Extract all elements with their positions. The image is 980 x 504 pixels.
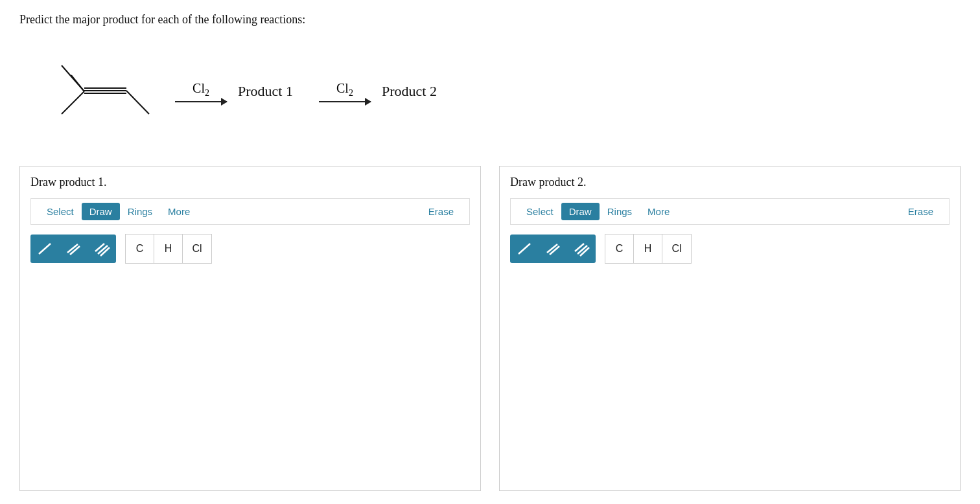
panel2-canvas[interactable]: [510, 270, 950, 490]
panel1-hydrogen-btn[interactable]: H: [154, 235, 183, 263]
panel2-title: Draw product 2.: [510, 176, 950, 189]
panel1-bond-row: C H Cl: [30, 231, 470, 270]
reaction-step-1: Cl2 Product 1: [175, 81, 312, 102]
panel2-chlorine-btn[interactable]: Cl: [662, 235, 691, 263]
panel1-draw-btn[interactable]: Draw: [82, 203, 120, 220]
panel1-select-btn[interactable]: Select: [39, 203, 82, 220]
panel2-draw-btn[interactable]: Draw: [561, 203, 600, 220]
svg-line-13: [519, 244, 530, 254]
panel2-single-bond-btn[interactable]: [510, 235, 539, 263]
panel1-title: Draw product 1.: [30, 176, 470, 189]
svg-line-1: [62, 91, 84, 114]
panel1-triple-bond-btn[interactable]: [88, 235, 116, 263]
panel2-more-btn[interactable]: More: [640, 203, 677, 220]
panel2-hydrogen-btn[interactable]: H: [634, 235, 662, 263]
panel2-triple-bond-btn[interactable]: [567, 235, 596, 263]
question-text: Predict the major product for each of th…: [19, 13, 961, 27]
molecule-structure: [26, 40, 169, 143]
reaction-step-2: Cl2 Product 2: [319, 81, 456, 102]
panel2-rings-btn[interactable]: Rings: [600, 203, 640, 220]
panel1-chlorine-btn[interactable]: Cl: [183, 235, 211, 263]
panel2-erase-btn[interactable]: Erase: [900, 203, 941, 220]
panel2-toolbar: Select Draw Rings More Erase: [510, 198, 950, 225]
draw-panel-2: Draw product 2. Select Draw Rings More E…: [499, 166, 961, 491]
svg-line-6: [126, 91, 149, 114]
panel1-rings-btn[interactable]: Rings: [120, 203, 160, 220]
panel1-more-btn[interactable]: More: [160, 203, 198, 220]
panel2-double-bond-btn[interactable]: [539, 235, 567, 263]
reaction-area: Cl2 Product 1 Cl2 Product 2: [19, 40, 961, 143]
arrow1: [175, 101, 227, 102]
panel1-canvas[interactable]: [30, 270, 470, 490]
panel1-erase-btn[interactable]: Erase: [421, 203, 461, 220]
panel1-single-bond-btn[interactable]: [30, 235, 59, 263]
product1-label: Product 1: [238, 83, 293, 100]
panel2-select-btn[interactable]: Select: [519, 203, 561, 220]
panel1-toolbar: Select Draw Rings More Erase: [30, 198, 470, 225]
draw-panel-1: Draw product 1. Select Draw Rings More E…: [19, 166, 481, 491]
svg-line-7: [39, 244, 51, 254]
panel2-carbon-btn[interactable]: C: [605, 235, 634, 263]
panel2-bond-row: C H Cl: [510, 231, 950, 270]
reagent2-label: Cl2: [336, 81, 353, 98]
drawers-row: Draw product 1. Select Draw Rings More E…: [19, 166, 961, 491]
svg-line-2: [71, 75, 84, 91]
panel1-carbon-btn[interactable]: C: [126, 235, 154, 263]
arrow2: [319, 101, 371, 102]
reagent1-label: Cl2: [192, 81, 209, 98]
panel1-double-bond-btn[interactable]: [59, 235, 88, 263]
panel1-atom-group: C H Cl: [125, 234, 212, 264]
product2-label: Product 2: [382, 83, 437, 100]
panel2-atom-group: C H Cl: [605, 234, 692, 264]
